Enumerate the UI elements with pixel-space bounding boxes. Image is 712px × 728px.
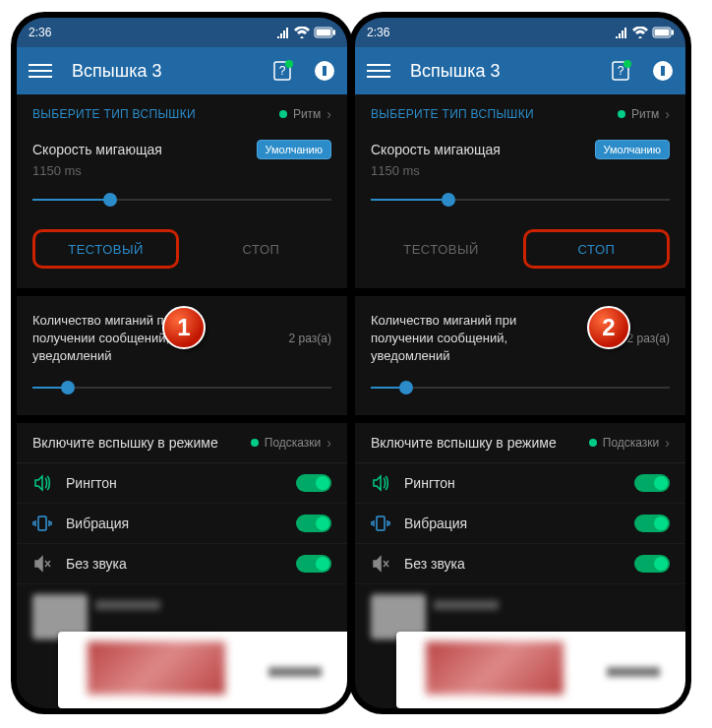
flash-type-title: ВЫБЕРИТЕ ТИП ВСПЫШКИ (371, 107, 534, 121)
silent-row: Без звука (17, 544, 347, 584)
blinks-slider[interactable] (32, 376, 331, 399)
flash-type-title: ВЫБЕРИТЕ ТИП ВСПЫШКИ (32, 107, 196, 121)
flash-type-selector[interactable]: Ритм › (279, 106, 331, 122)
vibration-row: Вибрация (17, 504, 347, 544)
wifi-icon (294, 27, 310, 38)
wifi-icon (632, 27, 648, 38)
flash-type-selector[interactable]: Ритм › (618, 106, 670, 122)
vibration-icon (32, 514, 52, 533)
status-dot-icon (251, 439, 259, 447)
default-button[interactable]: Умолчанию (257, 140, 331, 159)
test-button[interactable]: ТЕСТОВЫЙ (32, 229, 179, 269)
flashlight-icon[interactable] (652, 60, 674, 82)
ringtone-row: Рингтон (17, 463, 347, 504)
speaker-icon (371, 473, 390, 493)
silent-toggle[interactable] (296, 555, 331, 573)
svg-rect-10 (655, 30, 669, 35)
signal-icon (276, 27, 290, 38)
silent-row: Без звука (355, 544, 685, 584)
svg-text:?: ? (618, 64, 624, 78)
mode-value: Подсказки (603, 436, 660, 450)
stop-button[interactable]: СТОП (523, 229, 670, 269)
mode-selector[interactable]: Подсказки › (589, 435, 670, 451)
status-bar: 2:36 (355, 18, 685, 47)
svg-text:?: ? (279, 64, 286, 78)
silent-label: Без звука (404, 556, 621, 572)
status-dot-icon (589, 439, 597, 447)
svg-rect-1 (317, 30, 330, 35)
vibration-label: Вибрация (404, 516, 621, 531)
svg-rect-16 (661, 66, 665, 76)
speaker-icon (32, 473, 52, 493)
page-title: Вспышка 3 (72, 61, 272, 82)
status-time: 2:36 (29, 26, 51, 39)
default-button[interactable]: Умолчанию (595, 140, 670, 159)
vibration-label: Вибрация (66, 516, 282, 531)
blinks-label: Количество миганий при получении сообщен… (371, 312, 567, 366)
status-bar: 2:36 (17, 18, 347, 47)
vibration-toggle[interactable] (634, 515, 670, 532)
ad-banner[interactable] (371, 594, 670, 704)
chevron-right-icon: › (326, 106, 331, 122)
silent-label: Без звука (66, 556, 282, 572)
mode-selector[interactable]: Подсказки › (251, 435, 331, 451)
mute-icon (371, 554, 390, 574)
mute-icon (32, 554, 52, 574)
speed-slider[interactable] (32, 188, 331, 212)
mode-value: Подсказки (265, 436, 322, 450)
blinks-value: 2 раз(а) (289, 332, 331, 345)
ringtone-label: Рингтон (66, 475, 282, 491)
mode-label: Включите вспышку в режиме (371, 435, 557, 451)
app-header: Вспышка 3 ? (17, 47, 347, 94)
vibration-toggle[interactable] (296, 515, 331, 532)
ringtone-toggle[interactable] (296, 474, 331, 492)
speed-slider[interactable] (371, 188, 670, 212)
mode-label: Включите вспышку в режиме (32, 435, 218, 451)
menu-icon[interactable] (29, 64, 52, 78)
svg-rect-17 (377, 516, 385, 530)
speed-label: Скорость мигающая (371, 142, 501, 157)
content: ВЫБЕРИТЕ ТИП ВСПЫШКИ Ритм › Скорость миг… (355, 94, 685, 708)
flashlight-icon[interactable] (314, 60, 335, 82)
svg-point-13 (623, 60, 631, 68)
status-icons (615, 27, 674, 38)
vibration-icon (371, 514, 390, 533)
blinks-value: 2 раз(а) (627, 332, 670, 345)
blinks-slider[interactable] (371, 376, 670, 399)
phone-right: 2:36 Вспышка 3 ? ВЫБЕРИТЕ ТИП ВСПЫШКИ Ри… (355, 18, 685, 708)
chevron-right-icon: › (326, 435, 331, 451)
chevron-right-icon: › (665, 435, 670, 451)
app-header: Вспышка 3 ? (355, 47, 685, 94)
svg-rect-7 (323, 66, 326, 76)
status-icons (276, 27, 335, 38)
menu-icon[interactable] (367, 64, 390, 78)
silent-toggle[interactable] (634, 555, 670, 573)
svg-rect-2 (333, 30, 335, 34)
speed-value: 1150 ms (371, 163, 670, 178)
status-dot-icon (618, 110, 625, 118)
battery-icon (314, 27, 335, 38)
stop-button[interactable]: СТОП (191, 229, 331, 269)
svg-rect-8 (38, 516, 46, 530)
help-icon[interactable]: ? (611, 60, 632, 82)
page-title: Вспышка 3 (410, 61, 611, 82)
help-icon[interactable]: ? (272, 60, 294, 82)
flash-type-value: Ритм (293, 107, 321, 121)
test-button[interactable]: ТЕСТОВЫЙ (371, 229, 511, 269)
status-time: 2:36 (367, 26, 389, 39)
annotation-marker-2: 2 (587, 306, 630, 349)
battery-icon (652, 27, 674, 38)
flash-type-value: Ритм (631, 107, 659, 121)
signal-icon (615, 27, 628, 38)
ad-banner[interactable] (32, 594, 331, 704)
ringtone-row: Рингтон (355, 463, 685, 504)
status-dot-icon (279, 110, 287, 118)
ringtone-label: Рингтон (404, 475, 621, 491)
svg-point-4 (285, 60, 293, 68)
speed-label: Скорость мигающая (32, 142, 162, 157)
svg-rect-11 (672, 30, 674, 34)
speed-value: 1150 ms (32, 163, 331, 178)
ringtone-toggle[interactable] (634, 474, 670, 492)
chevron-right-icon: › (665, 106, 670, 122)
content: ВЫБЕРИТЕ ТИП ВСПЫШКИ Ритм › Скорость миг… (17, 94, 347, 708)
